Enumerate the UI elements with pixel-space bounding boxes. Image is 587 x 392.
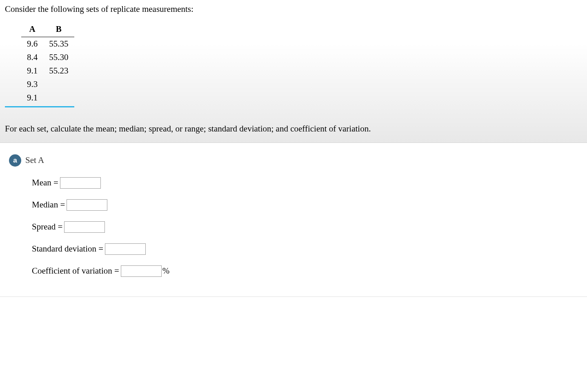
part-title: Set A [25,155,44,165]
question-prompt: Consider the following sets of replicate… [5,3,582,15]
median-label: Median = [32,200,65,210]
cov-input[interactable] [121,265,162,277]
table-row: 9.1 [21,91,74,105]
cell-a: 9.3 [21,78,43,91]
cell-b: 55.30 [43,51,74,64]
cell-a: 9.1 [21,91,43,105]
answer-rows: Mean = Median = Spread = Standard deviat… [32,177,578,277]
table-row: 9.1 55.23 [21,64,74,78]
part-header: a Set A [9,154,578,167]
cell-a: 8.4 [21,51,43,64]
question-section: Consider the following sets of replicate… [0,0,587,143]
stddev-label: Standard deviation = [32,244,103,254]
stddev-row: Standard deviation = [32,243,578,255]
spread-input[interactable] [64,221,105,233]
table-row: 8.4 55.30 [21,51,74,64]
table-row: 9.3 [21,78,74,91]
spread-label: Spread = [32,222,62,232]
spread-row: Spread = [32,221,578,233]
stddev-input[interactable] [105,243,146,255]
cov-label: Coefficient of variation = [32,266,119,276]
cell-a: 9.1 [21,64,43,78]
cov-row: Coefficient of variation = % [32,265,578,277]
cov-unit: % [162,266,170,276]
cell-b [43,78,74,91]
cell-b: 55.35 [43,37,74,51]
cell-b: 55.23 [43,64,74,78]
part-badge: a [9,154,21,167]
cell-a: 9.6 [21,37,43,51]
col-header-a: A [21,22,43,37]
table-row: 9.6 55.35 [21,37,74,51]
question-instruction: For each set, calculate the mean; median… [5,123,582,135]
data-table: A B 9.6 55.35 8.4 55.30 9.1 55.23 [21,22,74,105]
median-row: Median = [32,199,578,211]
mean-row: Mean = [32,177,578,189]
answer-section: a Set A Mean = Median = Spread = Standar… [0,143,587,297]
data-table-wrap: A B 9.6 55.35 8.4 55.30 9.1 55.23 [5,15,74,107]
col-header-b: B [43,22,74,37]
mean-label: Mean = [32,178,58,188]
mean-input[interactable] [60,177,101,189]
median-input[interactable] [67,199,107,211]
cell-b [43,91,74,105]
